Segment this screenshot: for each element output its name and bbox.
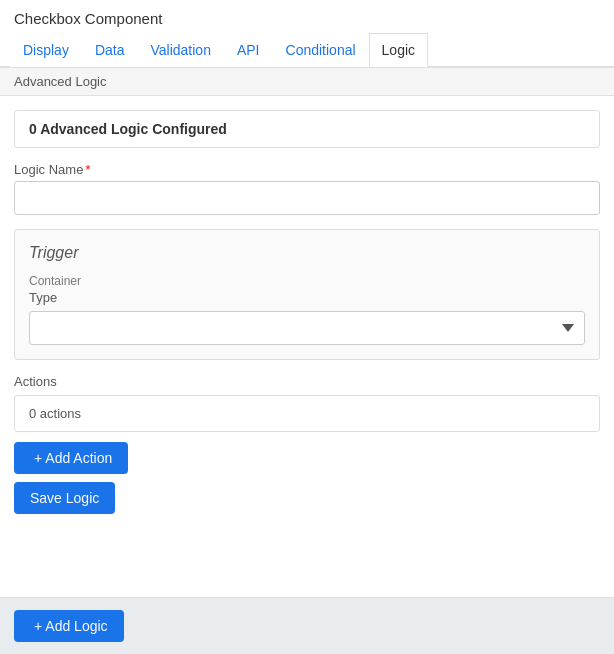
page-title: Checkbox Component — [0, 0, 614, 33]
add-logic-label: + Add Logic — [34, 618, 108, 634]
actions-count-box: 0 actions — [14, 395, 600, 432]
trigger-title: Trigger — [29, 244, 585, 262]
actions-section: Actions 0 actions + Add Action Save Logi… — [14, 374, 600, 514]
trigger-type-select[interactable] — [29, 311, 585, 345]
tab-conditional[interactable]: Conditional — [273, 33, 369, 67]
logic-name-label: Logic Name — [14, 162, 83, 177]
add-action-button[interactable]: + Add Action — [14, 442, 128, 474]
tab-logic[interactable]: Logic — [369, 33, 428, 67]
tab-api[interactable]: API — [224, 33, 273, 67]
bottom-bar: + Add Logic — [0, 597, 614, 654]
section-label: Advanced Logic — [0, 67, 614, 96]
tab-data[interactable]: Data — [82, 33, 138, 67]
trigger-type-label: Type — [29, 290, 585, 305]
logic-name-field: Logic Name* — [14, 162, 600, 215]
tab-display[interactable]: Display — [10, 33, 82, 67]
trigger-container-label: Container — [29, 274, 585, 288]
trigger-box: Trigger Container Type — [14, 229, 600, 360]
logic-name-input[interactable] — [14, 181, 600, 215]
add-logic-button[interactable]: + Add Logic — [14, 610, 124, 642]
actions-label: Actions — [14, 374, 600, 389]
tabs-bar: Display Data Validation API Conditional … — [0, 33, 614, 67]
save-logic-button[interactable]: Save Logic — [14, 482, 115, 514]
logic-header: 0 Advanced Logic Configured — [14, 110, 600, 148]
add-action-label: + Add Action — [34, 450, 112, 466]
tab-validation[interactable]: Validation — [137, 33, 223, 67]
trigger-type-select-wrapper — [29, 311, 585, 345]
save-logic-label: Save Logic — [30, 490, 99, 506]
required-indicator: * — [85, 162, 90, 177]
